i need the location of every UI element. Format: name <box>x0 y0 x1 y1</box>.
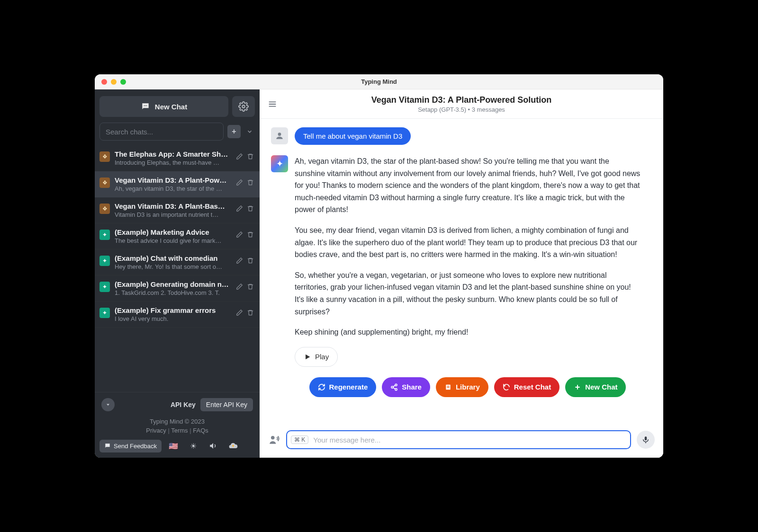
delete-chat-icon[interactable] <box>247 231 254 238</box>
delete-chat-icon[interactable] <box>247 153 254 160</box>
terms-link[interactable]: Terms <box>171 427 188 434</box>
svg-point-12 <box>395 388 397 390</box>
chat-item-title: (Example) Marketing Advice <box>115 228 231 236</box>
edit-chat-icon[interactable] <box>236 153 243 160</box>
share-button[interactable]: Share <box>382 377 430 397</box>
chat-item-preview: Vitamin D3 is an important nutrient t… <box>115 211 231 218</box>
new-chat-button[interactable]: New Chat <box>99 96 228 117</box>
cloud-upload-icon <box>228 441 238 451</box>
chat-list-item[interactable]: ❖The Elephas App: A Smarter Sh…Introduci… <box>95 145 260 171</box>
chat-item-preview: 1. TaskGrid.com 2. TodoHive.com 3. T. <box>115 289 231 296</box>
delete-chat-icon[interactable] <box>247 205 254 212</box>
hamburger-icon <box>267 99 280 109</box>
minimize-window-button[interactable] <box>111 79 117 85</box>
share-label: Share <box>402 381 422 393</box>
delete-chat-icon[interactable] <box>247 257 254 264</box>
sound-button[interactable] <box>205 439 221 453</box>
svg-point-11 <box>391 386 393 388</box>
speaker-icon <box>209 442 217 450</box>
ai-paragraph: You see, my dear friend, vegan vitamin D… <box>295 224 641 261</box>
edit-chat-icon[interactable] <box>236 257 243 264</box>
chat-subtitle: Setapp (GPT-3.5) • 3 messages <box>280 106 642 113</box>
delete-chat-icon[interactable] <box>247 179 254 186</box>
chat-list-item[interactable]: ✦(Example) Fix grammar errorsI love AI v… <box>95 301 260 328</box>
chat-item-title: The Elephas App: A Smarter Sh… <box>115 150 231 158</box>
user-message-bubble: Tell me about vegan vitamin D3 <box>295 127 411 145</box>
maximize-window-button[interactable] <box>120 79 126 85</box>
app-window: Typing Mind New Chat <box>95 74 663 458</box>
ai-message-content: Ah, vegan vitamin D3, the star of the pl… <box>295 155 641 397</box>
close-window-button[interactable] <box>101 79 107 85</box>
ai-paragraph: Keep shining (and supplementing) bright,… <box>295 326 641 338</box>
chat-item-preview: I love AI very much. <box>115 315 231 322</box>
edit-chat-icon[interactable] <box>236 231 243 238</box>
chat-list-item[interactable]: ✦(Example) Chat with comedianHey there, … <box>95 249 260 275</box>
openai-icon: ✦ <box>99 256 110 266</box>
sort-dropdown[interactable] <box>244 125 255 138</box>
new-chat-label: New Chat <box>155 103 187 111</box>
reset-chat-button[interactable]: Reset Chat <box>494 377 559 397</box>
collapse-sidebar-button[interactable] <box>101 398 115 411</box>
svg-line-13 <box>393 385 396 387</box>
backup-button[interactable] <box>225 439 241 453</box>
ai-icon: ✦ <box>276 159 283 169</box>
app-body: New Chat + ❖The Elep <box>95 89 663 458</box>
edit-chat-icon[interactable] <box>236 283 243 290</box>
ai-message-row: ✦ Ah, vegan vitamin D3, the star of the … <box>271 155 652 397</box>
mic-button[interactable] <box>637 431 655 449</box>
toggle-sidebar-button[interactable] <box>267 99 280 109</box>
window-title: Typing Mind <box>95 78 663 85</box>
search-input[interactable] <box>99 123 224 141</box>
chat-item-preview: Introducing Elephas, the must-have … <box>115 159 231 166</box>
send-feedback-button[interactable]: Send Feedback <box>99 440 162 452</box>
regenerate-button[interactable]: Regenerate <box>309 377 377 397</box>
chat-list-item[interactable]: ❖Vegan Vitamin D3: A Plant-Bas…Vitamin D… <box>95 197 260 223</box>
svg-marker-4 <box>107 404 109 406</box>
play-button[interactable]: Play <box>295 347 338 367</box>
plus-icon <box>574 383 581 391</box>
svg-point-0 <box>144 106 144 106</box>
delete-chat-icon[interactable] <box>247 309 254 316</box>
ai-paragraph: So, whether you're a vegan, vegetarian, … <box>295 269 641 318</box>
voice-input-button[interactable] <box>268 434 280 446</box>
gear-icon <box>238 101 249 112</box>
message-input-container: ⌘ K <box>286 430 631 449</box>
settings-button[interactable] <box>232 96 255 117</box>
message-input[interactable] <box>308 436 626 444</box>
add-folder-button[interactable]: + <box>227 125 241 138</box>
chat-item-preview: Hey there, Mr. Yo! Is that some sort o… <box>115 263 231 270</box>
new-chat-action-button[interactable]: New Chat <box>565 377 626 397</box>
play-icon <box>304 353 311 361</box>
privacy-link[interactable]: Privacy <box>146 427 166 434</box>
openai-icon: ✦ <box>99 282 110 292</box>
delete-chat-icon[interactable] <box>247 283 254 290</box>
theme-button[interactable]: ☀ <box>185 439 201 453</box>
main-panel: Vegan Vitamin D3: A Plant-Powered Soluti… <box>260 89 663 458</box>
person-icon <box>275 131 284 141</box>
edit-chat-icon[interactable] <box>236 309 243 316</box>
chat-list-item[interactable]: ✦(Example) Marketing AdviceThe best advi… <box>95 223 260 249</box>
copyright: Typing Mind © 2023 <box>95 417 260 426</box>
svg-line-14 <box>393 388 396 389</box>
library-button[interactable]: Library <box>436 377 488 397</box>
sidebar: New Chat + ❖The Elep <box>95 89 260 458</box>
chat-bubble-icon <box>141 102 150 111</box>
messages-scroll[interactable]: Tell me about vegan vitamin D3 ✦ Ah, veg… <box>260 119 663 458</box>
svg-point-20 <box>271 436 275 440</box>
language-button[interactable]: 🇺🇸 <box>165 439 181 453</box>
chat-list-item[interactable]: ✦(Example) Generating domain n…1. TaskGr… <box>95 275 260 301</box>
persona-icon: ❖ <box>99 177 110 188</box>
chat-item-preview: The best advice I could give for mark… <box>115 237 231 244</box>
edit-chat-icon[interactable] <box>236 179 243 186</box>
chat-item-title: Vegan Vitamin D3: A Plant-Bas… <box>115 202 231 210</box>
edit-chat-icon[interactable] <box>236 205 243 212</box>
person-speaking-icon <box>268 434 280 446</box>
action-bar: Regenerate Share Library <box>295 377 641 397</box>
input-area: ⌘ K <box>260 424 663 458</box>
openai-icon: ✦ <box>99 308 110 318</box>
faqs-link[interactable]: FAQs <box>193 427 208 434</box>
enter-api-key-button[interactable]: Enter API Key <box>200 398 253 411</box>
svg-point-8 <box>278 133 281 136</box>
user-avatar <box>271 127 288 144</box>
chat-list-item[interactable]: ❖Vegan Vitamin D3: A Plant-Pow…Ah, vegan… <box>95 171 260 197</box>
